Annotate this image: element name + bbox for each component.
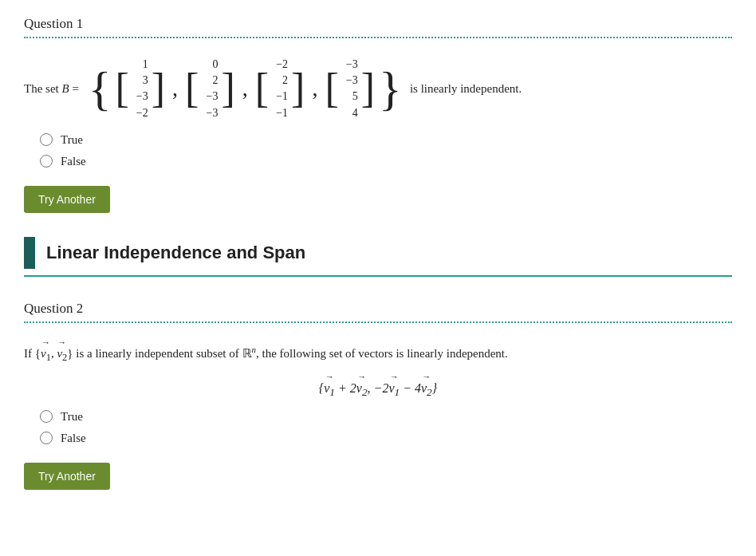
comma-1: ,	[172, 76, 178, 101]
comma-3: ,	[312, 76, 317, 101]
question-2-block: Question 2 If {v1, v2} is a linearly ind…	[24, 301, 732, 490]
bracket-left-3: [	[255, 68, 269, 109]
v2-expr-2: v2	[421, 373, 432, 399]
q2-try-another-button[interactable]: Try Another	[24, 463, 110, 490]
matrix-3: [ −2 2 −1 −1 ]	[254, 54, 306, 124]
question-1-block: Question 1 The set B = { [ 1 3 −3 −2 ] ,…	[24, 16, 732, 213]
bracket-right-3: ]	[291, 68, 305, 109]
bracket-right-4: ]	[361, 68, 375, 109]
matrix-3-col: −2 2 −1 −1	[270, 54, 290, 124]
section-header: Linear Independence and Span	[24, 237, 732, 277]
matrix-2: [ 0 2 −3 −3 ]	[184, 54, 236, 124]
question-2-title: Question 2	[24, 301, 732, 317]
question-2-divider	[24, 321, 732, 323]
v2-vec: v2	[57, 339, 67, 364]
matrix-1-col: 1 3 −3 −2	[130, 54, 151, 124]
q1-false-radio[interactable]	[40, 155, 53, 168]
v1-expr-2: v1	[388, 373, 400, 399]
question-2-body: If {v1, v2} is a linearly independent su…	[24, 339, 732, 399]
q1-try-another-button[interactable]: Try Another	[24, 186, 110, 213]
q1-false-label: False	[61, 155, 86, 168]
matrix-1: [ 1 3 −3 −2 ]	[114, 54, 166, 124]
v1-expr: v1	[324, 373, 335, 399]
bracket-left-2: [	[185, 68, 199, 109]
q1-true-label: True	[61, 133, 83, 147]
bracket-right-1: ]	[152, 68, 165, 109]
matrix-2-col: 0 2 −3 −3	[199, 54, 220, 124]
q1-true-radio[interactable]	[40, 133, 53, 146]
q1-true-option[interactable]: True	[40, 133, 732, 147]
q2-radio-group: True False	[40, 410, 732, 445]
q2-false-radio[interactable]	[40, 432, 53, 444]
v1-vec: v1	[41, 339, 51, 364]
set-brace-open: {	[89, 65, 112, 112]
q2-true-option[interactable]: True	[40, 410, 732, 424]
bracket-left-1: [	[115, 68, 128, 109]
question-1-divider	[24, 37, 732, 38]
suffix-text-1: is linearly independent.	[410, 82, 522, 96]
q2-true-radio[interactable]	[40, 410, 53, 423]
q2-false-option[interactable]: False	[40, 432, 732, 445]
q1-radio-group: True False	[40, 133, 732, 168]
bracket-left-4: [	[325, 68, 338, 109]
q2-false-label: False	[61, 432, 86, 445]
bracket-right-2: ]	[221, 68, 234, 109]
superscript-n: n	[252, 345, 257, 354]
question-1-title: Question 1	[24, 16, 732, 32]
matrix-4-col: −3 −3 5 4	[340, 54, 360, 124]
set-brace-close: }	[379, 65, 402, 112]
matrix-4: [ −3 −3 5 4 ]	[324, 54, 376, 124]
q2-text-line1: If {v1, v2} is a linearly independent su…	[24, 339, 732, 364]
question-1-body: The set B = { [ 1 3 −3 −2 ] , [ 0 2 −3 −…	[24, 54, 732, 124]
q2-true-label: True	[61, 410, 83, 424]
section-title: Linear Independence and Span	[46, 243, 305, 263]
v2-expr: v2	[356, 373, 368, 399]
q2-math-expression: {v1 + 2v2, −2v1 − 4v2}	[24, 373, 732, 399]
the-set-label: The set B =	[24, 82, 82, 96]
section-accent-bar	[24, 237, 35, 269]
q1-false-option[interactable]: False	[40, 155, 732, 168]
comma-2: ,	[242, 76, 248, 101]
